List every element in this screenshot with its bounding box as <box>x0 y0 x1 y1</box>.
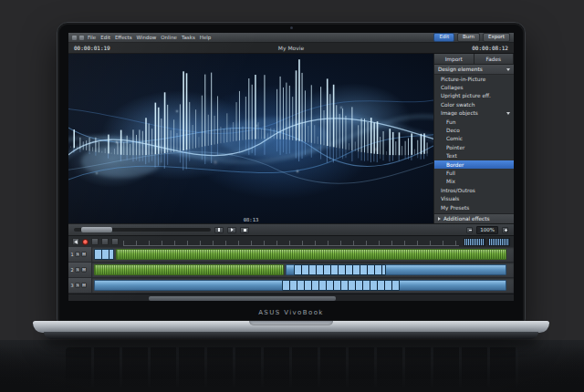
laptop-screen: File Edit Effects Window Online Tasks He… <box>57 22 526 323</box>
stop-button[interactable] <box>240 227 249 233</box>
audio-waveform-display-right <box>488 238 510 246</box>
laptop-hinge-notch <box>249 321 333 325</box>
project-icon[interactable] <box>79 36 84 40</box>
project-title: My Movie <box>110 45 473 51</box>
sparkle-dots <box>68 54 70 56</box>
sidebar-item-comic[interactable]: Comic <box>434 135 514 143</box>
mute-button[interactable]: M <box>81 252 87 257</box>
solo-button[interactable]: S <box>75 267 80 273</box>
arrow-tool-icon[interactable] <box>72 238 79 245</box>
app-icon[interactable] <box>72 36 77 40</box>
track-number: 3 <box>70 283 74 288</box>
caret-down-icon <box>506 112 510 115</box>
track-2-lane[interactable] <box>92 263 514 277</box>
track-1-lane[interactable] <box>92 247 514 262</box>
sidebar-item-my-presets[interactable]: My Presets <box>434 203 514 211</box>
app-window: File Edit Effects Window Online Tasks He… <box>68 33 514 301</box>
play-button[interactable] <box>227 227 236 233</box>
track-row-3: 3 S M <box>68 278 514 294</box>
caret-down-icon <box>506 68 510 71</box>
video-thumbnail-clip[interactable] <box>94 249 114 260</box>
sidebar-list: Design elements Picture-in-Picture Colla… <box>434 65 514 213</box>
track-3-lane[interactable] <box>92 278 514 293</box>
menu-bar: File Edit Effects Window Online Tasks He… <box>68 33 514 43</box>
sidebar-item-intros-outros[interactable]: Intros/Outros <box>434 186 514 194</box>
track-number: 1 <box>70 252 74 257</box>
tab-import[interactable]: Import <box>434 54 474 64</box>
solo-button[interactable]: S <box>75 283 80 288</box>
timeline-scrollbar[interactable] <box>68 294 514 301</box>
menu-item-window[interactable]: Window <box>136 35 158 40</box>
sidebar-item-text[interactable]: Text <box>434 152 514 160</box>
caret-right-icon <box>438 217 441 221</box>
sidebar-item-border-selected[interactable]: Border <box>434 160 514 169</box>
magnet-tool-icon[interactable] <box>91 238 99 245</box>
zoom-in-icon[interactable] <box>502 227 508 233</box>
monitor-header: 00:00:01:19 My Movie 00:00:08:12 <box>68 43 514 54</box>
video-thumbnail-strip[interactable] <box>294 264 387 275</box>
track-3-header: 3 S M <box>68 278 92 293</box>
audio-waveform-display-left <box>464 238 485 246</box>
sidebar-item-color-swatch[interactable]: Color swatch <box>434 100 514 108</box>
sidebar-item-mix[interactable]: Mix <box>434 178 514 186</box>
preview-scrollbar[interactable] <box>74 228 211 232</box>
menu-item-online[interactable]: Online <box>160 35 178 40</box>
preview-scrollbar-handle[interactable] <box>81 227 112 232</box>
zoom-out-icon[interactable] <box>466 227 473 233</box>
sidebar-item-upright-picture[interactable]: Upright picture eff. <box>434 92 514 100</box>
solo-button[interactable]: S <box>75 252 80 257</box>
track-row-2: 2 S M <box>68 263 514 278</box>
export-button[interactable]: Export <box>483 33 510 42</box>
timeline-scrollbar-handle[interactable] <box>149 296 336 301</box>
tab-fades[interactable]: Fades <box>474 54 515 64</box>
record-icon[interactable] <box>82 239 89 245</box>
effects-sidebar: Import Fades Design elements Picture-in-… <box>433 54 514 223</box>
video-thumbnail-strip[interactable] <box>282 280 400 291</box>
mute-button[interactable]: M <box>81 267 87 273</box>
sidebar-item-picture-in-picture[interactable]: Picture-in-Picture <box>434 75 514 83</box>
sidebar-tabs: Import Fades <box>434 54 514 65</box>
track-2-header: 2 S M <box>68 263 92 277</box>
preview-visualization <box>68 54 433 223</box>
laptop-base-front <box>44 332 538 339</box>
timeline-toolbar <box>68 235 514 247</box>
video-preview: 08:13 <box>68 54 433 223</box>
menu-item-edit[interactable]: Edit <box>99 35 111 40</box>
sidebar-item-full[interactable]: Full <box>434 169 514 177</box>
mute-button[interactable]: M <box>81 283 87 288</box>
track-row-1: 1 S M <box>68 247 514 263</box>
timecode-duration: 00:00:08:12 <box>472 45 508 51</box>
menu-item-help[interactable]: Help <box>199 35 213 40</box>
cut-tool-icon[interactable] <box>101 238 109 245</box>
edit-mode-button[interactable]: Edit <box>433 33 454 42</box>
sidebar-item-deco[interactable]: Deco <box>434 126 514 134</box>
menu-item-tasks[interactable]: Tasks <box>181 35 196 40</box>
transport-bar: 100% <box>68 223 514 235</box>
audio-clip[interactable] <box>94 264 284 275</box>
sidebar-item-visuals[interactable]: Visuals <box>434 194 514 202</box>
timecode-current: 00:00:01:19 <box>74 45 110 51</box>
sidebar-group-additional-effects[interactable]: Additional effects <box>434 213 514 223</box>
sidebar-item-pointer[interactable]: Pointer <box>434 143 514 151</box>
deck-shadow <box>0 340 584 392</box>
menu-item-effects[interactable]: Effects <box>114 35 133 40</box>
stop-icon <box>244 229 246 232</box>
delete-tool-icon[interactable] <box>111 238 119 245</box>
sidebar-group-design-elements[interactable]: Design elements <box>434 65 514 75</box>
sidebar-item-fun[interactable]: Fun <box>434 118 514 126</box>
jump-start-icon <box>218 228 221 232</box>
sidebar-item-image-objects[interactable]: Image objects <box>434 109 514 118</box>
playhead-position-label: 08:13 <box>68 217 433 222</box>
main-row: 08:13 Import Fades Design elements Pictu… <box>68 54 514 223</box>
timeline-ruler[interactable] <box>123 238 459 246</box>
webcam-icon <box>290 26 293 29</box>
burn-button[interactable]: Burn <box>457 33 480 42</box>
menu-item-file[interactable]: File <box>87 35 97 40</box>
track-number: 2 <box>70 267 74 273</box>
laptop-keyboard-deck <box>0 340 584 392</box>
audio-clip[interactable] <box>116 249 506 260</box>
jump-start-button[interactable] <box>214 227 224 233</box>
play-icon <box>231 228 234 232</box>
sidebar-item-collages[interactable]: Collages <box>434 83 514 91</box>
laptop-brand-label: ASUS VivoBook <box>57 309 525 316</box>
